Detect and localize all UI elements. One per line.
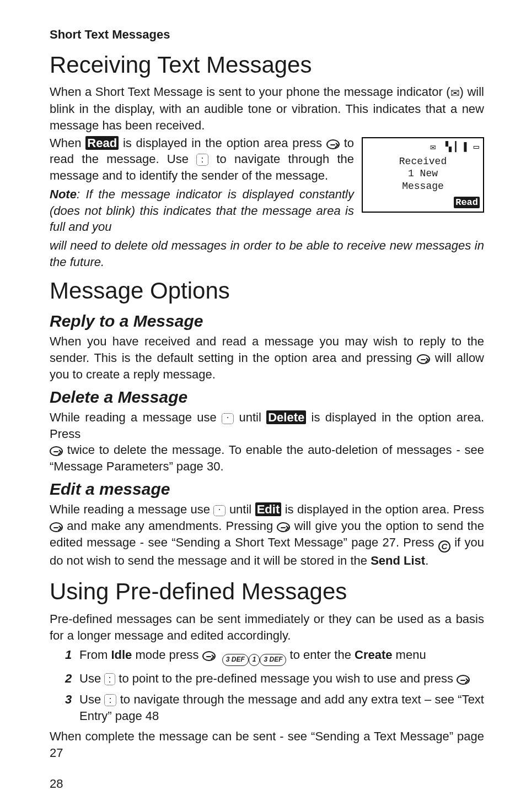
create-label: Create	[355, 648, 392, 662]
phone-status-bar: ✉ ▝▖▎▐ ▭	[366, 142, 480, 154]
predef-final: When complete the message can be sent - …	[50, 728, 484, 761]
idle-label: Idle	[111, 648, 132, 662]
note-label: Note	[50, 187, 77, 201]
step-num-3: 3	[65, 691, 72, 708]
receiving-intro: When a Short Text Message is sent to you…	[50, 84, 484, 133]
h2-reply: Reply to a Message	[50, 310, 484, 333]
key-3: 3 DEF	[222, 654, 249, 666]
note-line1: Note: If the message indicator is displa…	[50, 186, 358, 235]
text: While reading a message use	[50, 502, 213, 516]
nav-key-icon	[213, 505, 226, 516]
b-button-icon	[50, 522, 63, 532]
text: Use	[79, 692, 104, 706]
b-button-icon	[50, 446, 63, 456]
nav-key-icon	[196, 154, 208, 166]
label-read: Read	[85, 136, 119, 150]
h1-predefined: Using Pre-defined Messages	[50, 576, 484, 608]
b-button-icon	[417, 354, 430, 364]
page-number: 28	[50, 776, 63, 792]
phone-display: ✉ ▝▖▎▐ ▭ Received 1 New Message Read	[362, 137, 484, 213]
nav-key-icon	[104, 673, 115, 685]
text: is displayed in the option area press	[119, 136, 326, 150]
step-num-2: 2	[65, 670, 72, 687]
receiving-read-para: When Read is displayed in the option are…	[50, 135, 358, 184]
step-2: 2 Use to point to the pre-defined messag…	[65, 670, 484, 687]
text: and make any amendments. Pressing	[63, 519, 277, 533]
key-3b: 3 DEF	[260, 654, 286, 666]
text: menu	[393, 648, 426, 662]
text: When a Short Text Message is sent to you…	[50, 85, 450, 99]
c-button-icon: C	[438, 540, 450, 553]
text: From	[79, 648, 111, 662]
h2-delete: Delete a Message	[50, 386, 484, 409]
label-delete: Delete	[266, 410, 306, 424]
text: Use	[79, 672, 104, 685]
text: When	[50, 136, 85, 150]
nav-key-icon	[222, 413, 234, 424]
h2-edit: Edit a message	[50, 478, 484, 501]
predef-intro: Pre-defined messages can be sent immedia…	[50, 611, 484, 643]
predefined-steps: 1 From Idle mode press 3 DEF13 DEF to en…	[65, 647, 484, 724]
b-button-icon	[457, 675, 470, 685]
text: to enter the	[286, 648, 355, 662]
edit-para: While reading a message use until Edit i…	[50, 501, 484, 569]
step-num-1: 1	[65, 647, 72, 663]
text: until	[234, 410, 266, 424]
step-3: 3 Use to navigate through the message an…	[65, 691, 484, 724]
phone-line2: 1 New	[366, 167, 480, 180]
reply-para: When you have received and read a messag…	[50, 333, 484, 382]
label-edit: Edit	[255, 502, 282, 516]
phone-line3: Message	[366, 180, 480, 193]
h1-receiving: Receiving Text Messages	[50, 50, 484, 81]
b-button-icon	[202, 651, 216, 661]
b-button-icon	[326, 139, 340, 149]
send-list-label: Send List	[371, 554, 425, 567]
nav-key-icon	[104, 694, 116, 706]
text: is displayed in the option area. Press	[281, 502, 484, 516]
key-1: 1	[249, 654, 260, 666]
text: to navigate through the message and add …	[79, 692, 484, 723]
h1-message-options: Message Options	[50, 275, 484, 307]
text: .	[425, 554, 428, 567]
text: While reading a message use	[50, 410, 222, 424]
running-header: Short Text Messages	[50, 26, 484, 43]
text: mode press	[132, 648, 202, 662]
phone-softkey-read: Read	[454, 197, 480, 208]
text: twice to delete the message. To enable t…	[50, 443, 484, 473]
note-line2: will need to delete old messages in orde…	[50, 237, 484, 270]
text: to point to the pre-defined message you …	[115, 672, 457, 685]
phone-screen-text: Received 1 New Message	[366, 155, 480, 193]
text: : If the message indicator is displayed …	[50, 187, 354, 234]
text: until	[226, 502, 255, 516]
envelope-icon: ✉	[450, 86, 460, 101]
delete-para: While reading a message use until Delete…	[50, 409, 484, 475]
b-button-icon	[277, 522, 290, 532]
step-1: 1 From Idle mode press 3 DEF13 DEF to en…	[65, 647, 484, 666]
phone-line1: Received	[366, 155, 480, 168]
phone-softkey: Read	[366, 196, 480, 209]
